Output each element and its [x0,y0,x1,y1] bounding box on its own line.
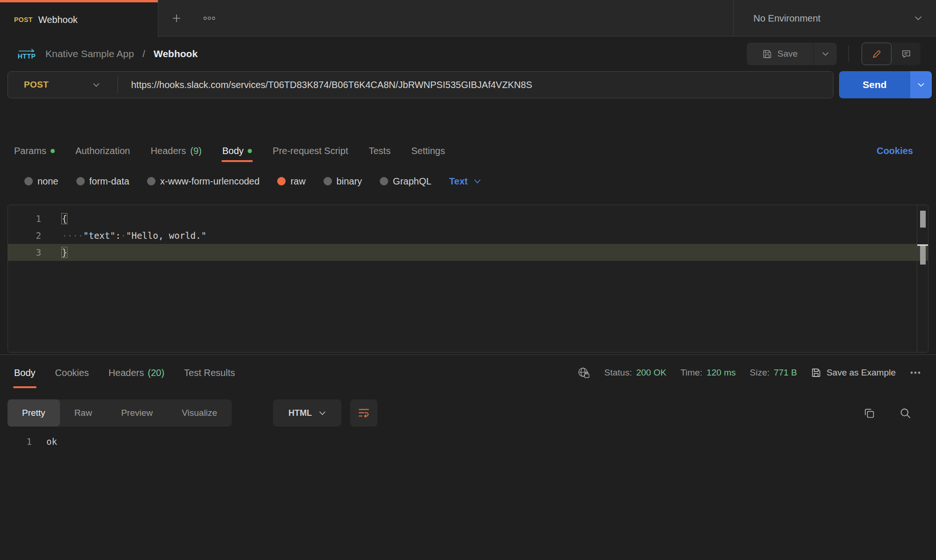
tab-pre-request-script[interactable]: Pre-request Script [273,140,348,162]
tab-options-button[interactable] [201,0,217,37]
method-selector[interactable]: POST [8,72,118,98]
new-tab-button[interactable] [169,0,184,37]
line-number: 1 [8,210,41,227]
request-tab-webhook[interactable]: POST Webhook [0,0,158,37]
divider [848,45,849,62]
scrollbar-mark [920,211,926,228]
tab-label: Settings [411,146,445,156]
radio-icon [380,177,388,185]
scrollbar-mark [920,246,926,265]
save-button[interactable]: Save [747,43,813,65]
network-globe-lock-icon[interactable] [577,367,590,379]
send-button-group: Send [839,71,932,98]
json-key: "text": [83,230,121,241]
search-response-button[interactable] [899,399,912,427]
chevron-down-icon [474,179,481,184]
response-divider[interactable] [0,354,936,355]
response-format-selector[interactable]: HTML [273,399,341,427]
radio-label: none [37,176,59,187]
radio-label: binary [337,176,362,187]
line-number: 2 [8,227,41,244]
response-text: ok [32,433,57,450]
comments-button[interactable] [892,43,921,65]
environment-selector[interactable]: No Environment [734,0,936,37]
whitespace-dot: · [121,230,126,241]
tab-params[interactable]: Params [14,140,55,162]
view-pretty[interactable]: Pretty [7,399,60,427]
divider [118,76,118,93]
tab-tests[interactable]: Tests [369,140,391,162]
editor-line: 1 { [8,210,928,227]
response-options-button[interactable] [910,371,921,375]
radio-x-www-form-urlencoded[interactable]: x-www-form-urlencoded [147,176,259,187]
breadcrumb-request[interactable]: Webhook [154,48,198,59]
editor-line: 2 ····"text":·"Hello, world." [8,227,928,244]
radio-icon [147,177,155,185]
breadcrumb-collection[interactable]: Knative Sample App [45,48,134,59]
tab-method-badge: POST [14,16,33,23]
method-label: POST [24,80,49,90]
request-body-editor[interactable]: 1 { 2 ····"text":·"Hello, world." 3 } [7,205,929,353]
copy-icon [863,407,876,420]
tab-label: Headers [151,146,186,156]
size-badge: Size: 771 B [750,368,797,378]
plus-icon [171,13,182,24]
editor-line-current: 3 } [8,244,928,261]
chevron-down-icon [93,83,100,87]
response-tab-test-results[interactable]: Test Results [184,357,235,389]
radio-graphql[interactable]: GraphQL [380,176,431,187]
request-tabs: Params Authorization Headers (9) Body Pr… [0,140,936,162]
headers-count: (9) [190,146,201,156]
radio-form-data[interactable]: form-data [76,176,130,187]
tab-headers[interactable]: Headers (9) [151,140,202,162]
whitespace-dots: ···· [62,230,83,241]
save-options-button[interactable] [813,43,837,65]
radio-none[interactable]: none [24,176,59,187]
tab-label: Tests [369,146,391,156]
radio-icon-selected [277,177,286,185]
response-view-toolbar: Pretty Raw Preview Visualize HTML [0,399,936,427]
tab-settings[interactable]: Settings [411,140,445,162]
documentation-button-group [862,43,921,65]
tab-authorization[interactable]: Authorization [75,140,130,162]
save-as-example-button[interactable]: Save as Example [811,368,896,378]
view-raw[interactable]: Raw [60,399,107,427]
radio-raw[interactable]: raw [277,176,305,187]
url-input[interactable]: https://hooks.slack.com/services/T06TD83… [131,80,532,90]
copy-response-button[interactable] [863,399,876,427]
edit-description-button[interactable] [862,43,892,65]
raw-language-selector[interactable]: Text [449,176,481,187]
editor-scrollbar[interactable] [917,205,928,352]
radio-label: GraphQL [393,176,431,187]
cookies-link[interactable]: Cookies [877,140,913,162]
response-tab-headers[interactable]: Headers (20) [109,357,164,389]
wrap-lines-button[interactable] [350,399,377,427]
tab-label: Body [14,368,36,378]
view-preview[interactable]: Preview [107,399,168,427]
time-badge: Time: 120 ms [680,368,736,378]
view-visualize[interactable]: Visualize [167,399,232,427]
modified-dot [248,149,252,153]
open-brace: { [62,214,67,224]
postman-app: POST Webhook No Environment [0,0,936,560]
chevron-down-icon [914,16,922,21]
modified-dot [51,149,55,153]
line-number: 1 [0,433,32,450]
save-icon [811,368,821,378]
tab-strip: POST Webhook No Environment [0,0,936,37]
request-url-bar: POST https://hooks.slack.com/services/T0… [7,71,833,98]
response-tab-cookies[interactable]: Cookies [55,357,89,389]
tab-label: Params [14,146,46,156]
language-label: Text [449,176,468,187]
comment-icon [901,49,911,59]
response-tab-body[interactable]: Body [14,357,36,389]
send-button[interactable]: Send [839,71,910,98]
tab-body[interactable]: Body [222,140,252,162]
radio-binary[interactable]: binary [324,176,362,187]
status-badge: Status: 200 OK [604,368,667,378]
radio-icon [76,177,85,185]
send-options-button[interactable] [910,71,932,98]
line-number: 3 [8,244,41,261]
tab-label: Authorization [75,146,130,156]
radio-label: x-www-form-urlencoded [160,176,259,187]
